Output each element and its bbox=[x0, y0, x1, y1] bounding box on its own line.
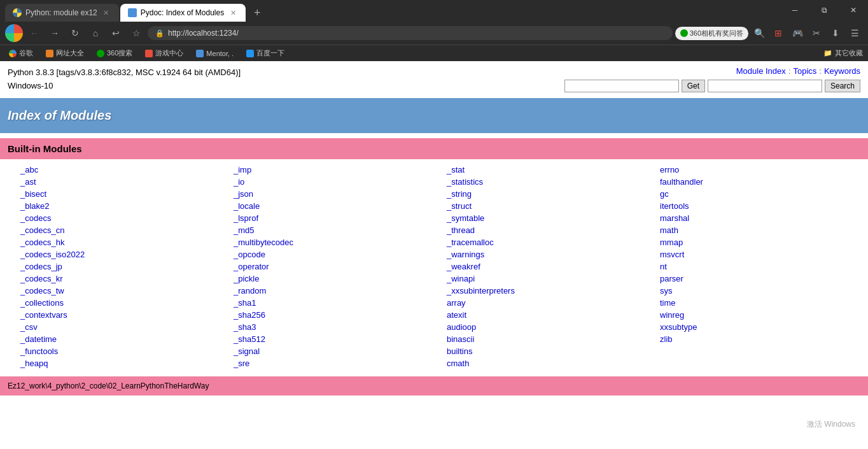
back-button[interactable]: ← bbox=[25, 24, 43, 42]
module-link-_lsprof[interactable]: _lsprof bbox=[234, 213, 434, 224]
module-link-_warnings[interactable]: _warnings bbox=[447, 249, 647, 260]
module-link-gc[interactable]: gc bbox=[660, 189, 860, 199]
tab-python[interactable]: Python: module ex12 ✕ bbox=[5, 4, 119, 22]
module-link-_pickle[interactable]: _pickle bbox=[234, 273, 434, 284]
search-button[interactable]: Search bbox=[825, 80, 860, 92]
bookmark-baidu[interactable]: 百度一下 bbox=[242, 47, 288, 59]
module-link-_signal[interactable]: _signal bbox=[234, 346, 434, 357]
bookmark-mentor[interactable]: Mentor, . bbox=[192, 48, 237, 59]
module-link-_io[interactable]: _io bbox=[234, 176, 434, 187]
undo-button[interactable]: ↩ bbox=[107, 24, 125, 42]
module-link-atexit[interactable]: atexit bbox=[447, 310, 647, 320]
module-link-itertools[interactable]: itertools bbox=[660, 201, 860, 211]
module-link-_tracemalloc[interactable]: _tracemalloc bbox=[447, 237, 647, 248]
module-link-_bisect[interactable]: _bisect bbox=[20, 189, 221, 199]
module-link-_stat[interactable]: _stat bbox=[447, 164, 647, 175]
module-link-_winapi[interactable]: _winapi bbox=[447, 273, 647, 284]
tab-close-pydoc[interactable]: ✕ bbox=[228, 8, 238, 18]
module-link-_symtable[interactable]: _symtable bbox=[447, 213, 647, 224]
topics-link[interactable]: Topics bbox=[793, 66, 816, 76]
module-link-_struct[interactable]: _struct bbox=[447, 201, 647, 211]
module-link-_collections[interactable]: _collections bbox=[20, 297, 221, 308]
module-link-time[interactable]: time bbox=[660, 297, 860, 308]
bookmark-url-list[interactable]: 网址大全 bbox=[42, 47, 88, 59]
module-link-_sre[interactable]: _sre bbox=[234, 358, 434, 369]
module-link-_codecs_hk[interactable]: _codecs_hk bbox=[20, 237, 221, 248]
bookmark-others[interactable]: 📁 其它收藏 bbox=[823, 48, 863, 58]
close-button[interactable]: ✕ bbox=[839, 0, 868, 20]
module-link-_xxsubinterpreters[interactable]: _xxsubinterpreters bbox=[447, 285, 647, 296]
module-link-zlib[interactable]: zlib bbox=[660, 334, 860, 345]
search-nav-button[interactable]: 🔍 bbox=[751, 25, 767, 41]
module-link-_imp[interactable]: _imp bbox=[234, 164, 434, 175]
address-bar[interactable]: 🔒 http://localhost:1234/ bbox=[148, 26, 673, 40]
module-link-xxsubtype[interactable]: xxsubtype bbox=[660, 322, 860, 332]
module-link-cmath[interactable]: cmath bbox=[447, 358, 647, 369]
module-link-nt[interactable]: nt bbox=[660, 261, 860, 272]
module-link-math[interactable]: math bbox=[660, 225, 860, 236]
module-link-parser[interactable]: parser bbox=[660, 273, 860, 284]
module-link-_codecs_tw[interactable]: _codecs_tw bbox=[20, 285, 221, 296]
module-link-_blake2[interactable]: _blake2 bbox=[20, 201, 221, 211]
module-link-errno[interactable]: errno bbox=[660, 164, 860, 175]
bookmark-button[interactable]: ☆ bbox=[127, 24, 145, 42]
minimize-button[interactable]: ─ bbox=[780, 0, 809, 20]
game-button[interactable]: 🎮 bbox=[789, 25, 806, 41]
module-link-_multibytecodec[interactable]: _multibytecodec bbox=[234, 237, 434, 248]
module-link-faulthandler[interactable]: faulthandler bbox=[660, 176, 860, 187]
download-button[interactable]: ⬇ bbox=[827, 25, 844, 41]
module-link-_codecs_kr[interactable]: _codecs_kr bbox=[20, 273, 221, 284]
module-link-_statistics[interactable]: _statistics bbox=[447, 176, 647, 187]
module-link-_sha256[interactable]: _sha256 bbox=[234, 310, 434, 320]
get-input[interactable] bbox=[564, 80, 679, 92]
module-link-_sha3[interactable]: _sha3 bbox=[234, 322, 434, 332]
module-link-_md5[interactable]: _md5 bbox=[234, 225, 434, 236]
module-link-_codecs_jp[interactable]: _codecs_jp bbox=[20, 261, 221, 272]
home-button[interactable]: ⌂ bbox=[87, 24, 104, 42]
bookmark-game-center[interactable]: 游戏中心 bbox=[141, 47, 187, 59]
module-link-_csv[interactable]: _csv bbox=[20, 322, 221, 332]
module-link-builtins[interactable]: builtins bbox=[447, 346, 647, 357]
module-link-_ast[interactable]: _ast bbox=[20, 176, 221, 187]
module-index-link[interactable]: Module Index bbox=[736, 66, 786, 76]
keywords-link[interactable]: Keywords bbox=[824, 66, 860, 76]
apps-button[interactable]: ⊞ bbox=[770, 25, 787, 41]
module-link-_json[interactable]: _json bbox=[234, 189, 434, 199]
module-link-_heapq[interactable]: _heapq bbox=[20, 358, 221, 369]
module-link-marshal[interactable]: marshal bbox=[660, 213, 860, 224]
module-link-sys[interactable]: sys bbox=[660, 285, 860, 296]
search-input[interactable] bbox=[708, 80, 822, 92]
forward-button[interactable]: → bbox=[46, 24, 64, 42]
module-link-_sha1[interactable]: _sha1 bbox=[234, 297, 434, 308]
module-link-_sha512[interactable]: _sha512 bbox=[234, 334, 434, 345]
module-link-_contextvars[interactable]: _contextvars bbox=[20, 310, 221, 320]
restore-button[interactable]: ⧉ bbox=[809, 0, 839, 20]
module-link-_random[interactable]: _random bbox=[234, 285, 434, 296]
bookmark-360-search[interactable]: 360搜索 bbox=[93, 47, 136, 59]
reload-button[interactable]: ↻ bbox=[66, 24, 84, 42]
module-link-binascii[interactable]: binascii bbox=[447, 334, 647, 345]
module-link-_operator[interactable]: _operator bbox=[234, 261, 434, 272]
module-link-_functools[interactable]: _functools bbox=[20, 346, 221, 357]
tab-pydoc[interactable]: Pydoc: Index of Modules ✕ bbox=[120, 4, 246, 22]
menu-button[interactable]: ☰ bbox=[846, 25, 863, 41]
module-link-_thread[interactable]: _thread bbox=[447, 225, 647, 236]
get-button[interactable]: Get bbox=[682, 80, 705, 92]
module-link-winreg[interactable]: winreg bbox=[660, 310, 860, 320]
module-link-_locale[interactable]: _locale bbox=[234, 201, 434, 211]
module-link-mmap[interactable]: mmap bbox=[660, 237, 860, 248]
module-link-_abc[interactable]: _abc bbox=[20, 164, 221, 175]
module-link-_codecs_iso2022[interactable]: _codecs_iso2022 bbox=[20, 249, 221, 260]
module-link-_datetime[interactable]: _datetime bbox=[20, 334, 221, 345]
module-link-array[interactable]: array bbox=[447, 297, 647, 308]
module-link-_opcode[interactable]: _opcode bbox=[234, 249, 434, 260]
360-camera-button[interactable]: 360相机有奖问答 bbox=[675, 27, 748, 40]
bookmark-google[interactable]: 谷歌 bbox=[5, 47, 37, 59]
module-link-_codecs[interactable]: _codecs bbox=[20, 213, 221, 224]
tab-close-python[interactable]: ✕ bbox=[101, 8, 111, 18]
module-link-msvcrt[interactable]: msvcrt bbox=[660, 249, 860, 260]
scissors-button[interactable]: ✂ bbox=[808, 25, 825, 41]
module-link-_string[interactable]: _string bbox=[447, 189, 647, 199]
module-link-_weakref[interactable]: _weakref bbox=[447, 261, 647, 272]
module-link-audioop[interactable]: audioop bbox=[447, 322, 647, 332]
